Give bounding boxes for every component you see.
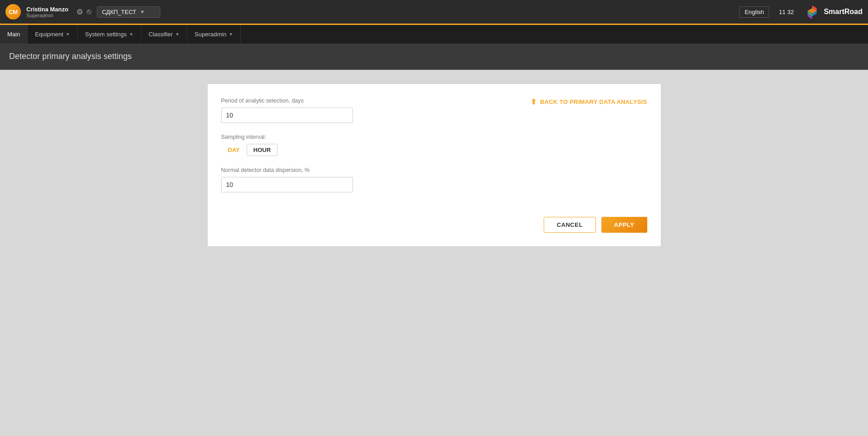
main-content: Period of analytic selection, days Sampl…: [0, 70, 868, 436]
system-selector-value: СДКП_ТЕСТ: [102, 9, 136, 15]
navbar: Main Equipment ▼ System settings ▼ Class…: [0, 24, 868, 44]
back-to-primary-link[interactable]: ⬆ BACK TO PRIMARY DATA ANALYSIS: [531, 98, 647, 106]
user-info: Cristina Manzo Superadmin: [26, 6, 68, 18]
back-link-label: BACK TO PRIMARY DATA ANALYSIS: [540, 98, 647, 105]
nav-label-main: Main: [7, 31, 20, 38]
back-arrow-icon: ⬆: [531, 98, 536, 106]
apply-button[interactable]: APPLY: [601, 217, 647, 233]
language-selector[interactable]: English: [739, 6, 769, 18]
period-input[interactable]: [221, 108, 353, 123]
user-name: Cristina Manzo: [26, 6, 68, 13]
chevron-down-icon: ▼: [175, 32, 179, 37]
period-label: Period of analytic selection, days: [221, 98, 531, 104]
clock: 11 32: [779, 9, 794, 15]
settings-card: Period of analytic selection, days Sampl…: [207, 83, 661, 247]
nav-item-superadmin[interactable]: Superadmin ▼: [187, 25, 241, 44]
dispersion-group: Normal detector data dispersion, %: [221, 167, 531, 192]
topbar-icons: ⚙ ⎋: [76, 7, 91, 17]
nav-item-equipment[interactable]: Equipment ▼: [28, 25, 78, 44]
nav-item-classifier[interactable]: Classifier ▼: [141, 25, 187, 44]
chevron-down-icon: ▼: [140, 9, 145, 15]
back-link-container: ⬆ BACK TO PRIMARY DATA ANALYSIS: [531, 98, 647, 106]
brand-icon: [804, 4, 820, 20]
logout-icon[interactable]: ⎋: [87, 7, 91, 17]
avatar: CM: [5, 4, 21, 20]
form-fields: Period of analytic selection, days Sampl…: [221, 98, 531, 203]
cancel-button[interactable]: CANCEL: [544, 217, 596, 233]
sampling-toggle: DAY HOUR: [221, 144, 531, 156]
brand-name: SmartRoad: [824, 8, 863, 16]
dispersion-label: Normal detector data dispersion, %: [221, 167, 531, 173]
page-header: Detector primary analysis settings: [0, 44, 868, 70]
nav-label-system-settings: System settings: [85, 31, 127, 38]
chevron-down-icon: ▼: [129, 32, 134, 37]
system-selector[interactable]: СДКП_ТЕСТ ▼: [97, 6, 160, 18]
sampling-group: Sampling interval: DAY HOUR: [221, 134, 531, 156]
brand-logo: SmartRoad: [804, 4, 863, 20]
chevron-down-icon: ▼: [65, 32, 70, 37]
chevron-down-icon: ▼: [228, 32, 233, 37]
nav-item-system-settings[interactable]: System settings ▼: [78, 25, 141, 44]
nav-label-classifier: Classifier: [149, 31, 173, 38]
card-footer: CANCEL APPLY: [221, 217, 647, 233]
user-role: Superadmin: [26, 13, 68, 18]
sampling-option-day[interactable]: DAY: [221, 144, 247, 156]
settings-icon[interactable]: ⚙: [76, 7, 83, 17]
nav-label-superadmin: Superadmin: [194, 31, 226, 38]
period-group: Period of analytic selection, days: [221, 98, 531, 123]
topbar: CM Cristina Manzo Superadmin ⚙ ⎋ СДКП_ТЕ…: [0, 0, 868, 24]
nav-item-main[interactable]: Main: [0, 25, 28, 44]
dispersion-input[interactable]: [221, 177, 353, 192]
sampling-option-hour[interactable]: HOUR: [247, 144, 278, 156]
sampling-label: Sampling interval:: [221, 134, 531, 140]
page-title: Detector primary analysis settings: [9, 52, 132, 61]
nav-label-equipment: Equipment: [35, 31, 63, 38]
